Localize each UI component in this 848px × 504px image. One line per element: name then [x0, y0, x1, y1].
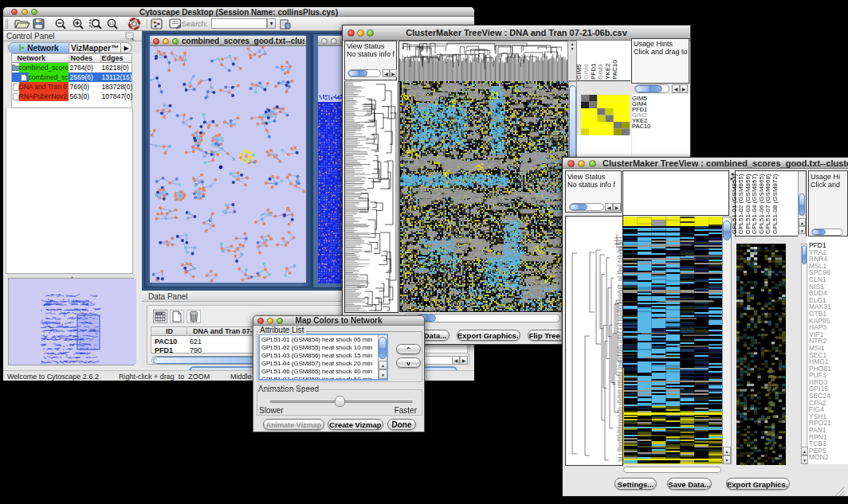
svg-text:1:1: 1:1 [109, 21, 115, 25]
